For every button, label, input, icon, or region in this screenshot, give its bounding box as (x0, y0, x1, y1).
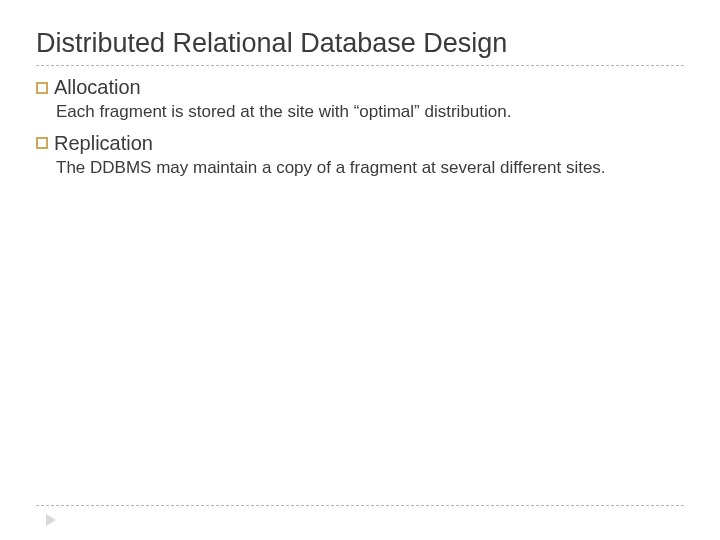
bullet-heading: Replication (54, 132, 153, 155)
title-divider (36, 65, 684, 66)
bullet-body: Each fragment is stored at the site with… (36, 101, 684, 124)
slide: Distributed Relational Database Design A… (0, 0, 720, 180)
arrow-icon (46, 514, 56, 526)
square-bullet-icon (36, 137, 48, 149)
bullet-item: Allocation Each fragment is stored at th… (36, 76, 684, 124)
bullet-heading: Allocation (54, 76, 141, 99)
slide-title: Distributed Relational Database Design (36, 28, 684, 65)
bullet-body: The DDBMS may maintain a copy of a fragm… (36, 157, 684, 180)
square-bullet-icon (36, 82, 48, 94)
bullet-item: Replication The DDBMS may maintain a cop… (36, 132, 684, 180)
bullet-head: Allocation (36, 76, 684, 99)
bullet-head: Replication (36, 132, 684, 155)
footer-divider (36, 505, 684, 506)
